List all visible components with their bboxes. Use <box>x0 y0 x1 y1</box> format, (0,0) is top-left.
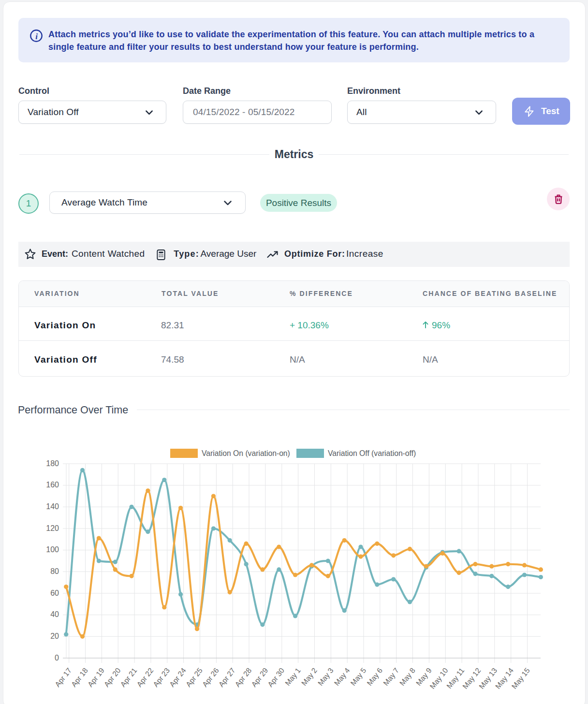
svg-text:May 7: May 7 <box>382 666 400 687</box>
svg-text:20: 20 <box>50 632 59 640</box>
svg-text:60: 60 <box>50 589 59 597</box>
svg-text:May 5: May 5 <box>349 666 368 687</box>
svg-text:Apr 19: Apr 19 <box>86 666 106 689</box>
svg-text:Apr 25: Apr 25 <box>184 666 204 689</box>
svg-text:Apr 23: Apr 23 <box>151 666 171 689</box>
svg-text:Variation On (variation-on): Variation On (variation-on) <box>202 449 290 457</box>
svg-text:Apr 30: Apr 30 <box>266 666 286 689</box>
svg-text:140: 140 <box>46 502 59 511</box>
svg-text:Apr 27: Apr 27 <box>217 666 236 689</box>
svg-text:Apr 29: Apr 29 <box>250 666 269 689</box>
svg-text:80: 80 <box>50 567 59 575</box>
svg-text:May 4: May 4 <box>333 666 352 687</box>
svg-text:0: 0 <box>55 654 59 662</box>
svg-text:May 8: May 8 <box>398 666 417 687</box>
svg-text:Apr 18: Apr 18 <box>70 666 89 689</box>
svg-text:100: 100 <box>46 545 59 554</box>
svg-text:Apr 28: Apr 28 <box>233 666 253 689</box>
svg-text:Apr 26: Apr 26 <box>201 666 220 689</box>
svg-text:40: 40 <box>50 610 59 618</box>
svg-text:Apr 22: Apr 22 <box>135 666 155 689</box>
svg-text:Apr 20: Apr 20 <box>102 666 122 689</box>
svg-text:Apr 24: Apr 24 <box>168 666 188 688</box>
svg-text:May 6: May 6 <box>365 666 384 687</box>
svg-text:Apr 21: Apr 21 <box>118 666 138 689</box>
svg-text:Variation Off (variation-off): Variation Off (variation-off) <box>328 449 416 457</box>
svg-text:120: 120 <box>46 524 59 532</box>
svg-text:180: 180 <box>46 459 59 468</box>
svg-text:Apr 17: Apr 17 <box>53 666 73 689</box>
svg-text:May 1: May 1 <box>283 666 302 687</box>
svg-text:May 3: May 3 <box>316 666 335 687</box>
svg-text:i: i <box>35 32 38 41</box>
svg-text:160: 160 <box>46 481 59 489</box>
svg-text:May 2: May 2 <box>300 666 319 687</box>
